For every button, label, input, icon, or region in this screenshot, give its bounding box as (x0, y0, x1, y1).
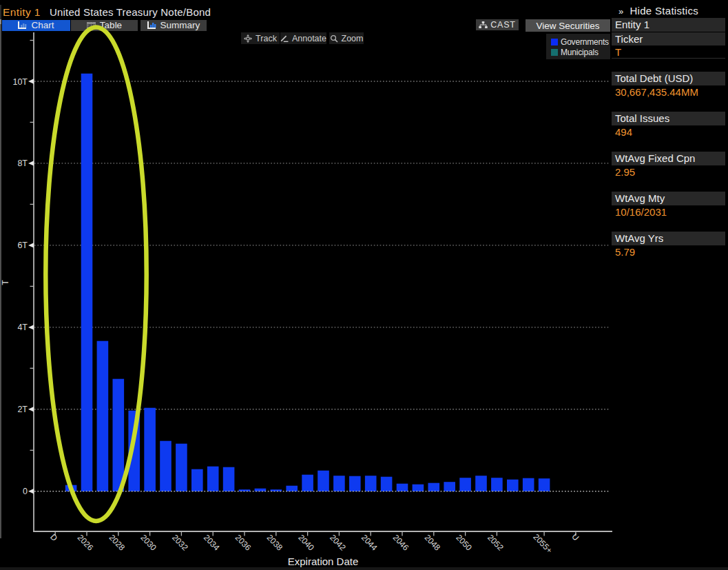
svg-text:2T: 2T (17, 405, 28, 414)
svg-text:Expiration Date: Expiration Date (288, 556, 359, 567)
svg-text:2055+: 2055+ (531, 532, 554, 556)
svg-text:2040: 2040 (296, 533, 316, 553)
svg-text:2032: 2032 (170, 533, 190, 553)
svg-text:2034: 2034 (202, 533, 222, 553)
svg-text:6T: 6T (17, 241, 28, 250)
svg-text:8T: 8T (17, 159, 28, 168)
svg-text:2044: 2044 (360, 533, 379, 553)
svg-text:10T: 10T (12, 77, 28, 87)
svg-text:2028: 2028 (107, 533, 127, 553)
svg-text:2036: 2036 (233, 533, 253, 553)
svg-text:2042: 2042 (328, 533, 348, 553)
svg-text:D: D (48, 532, 59, 543)
svg-text:2030: 2030 (138, 533, 158, 553)
svg-text:2048: 2048 (422, 533, 442, 553)
svg-text:4T: 4T (17, 323, 28, 332)
svg-text:2052: 2052 (486, 533, 506, 553)
svg-text:2026: 2026 (76, 533, 96, 553)
svg-text:2046: 2046 (391, 533, 411, 553)
svg-text:0: 0 (23, 487, 28, 496)
svg-text:U: U (570, 531, 581, 542)
svg-text:2038: 2038 (264, 533, 284, 553)
svg-text:T: T (1, 280, 10, 285)
svg-text:2050: 2050 (454, 533, 474, 553)
